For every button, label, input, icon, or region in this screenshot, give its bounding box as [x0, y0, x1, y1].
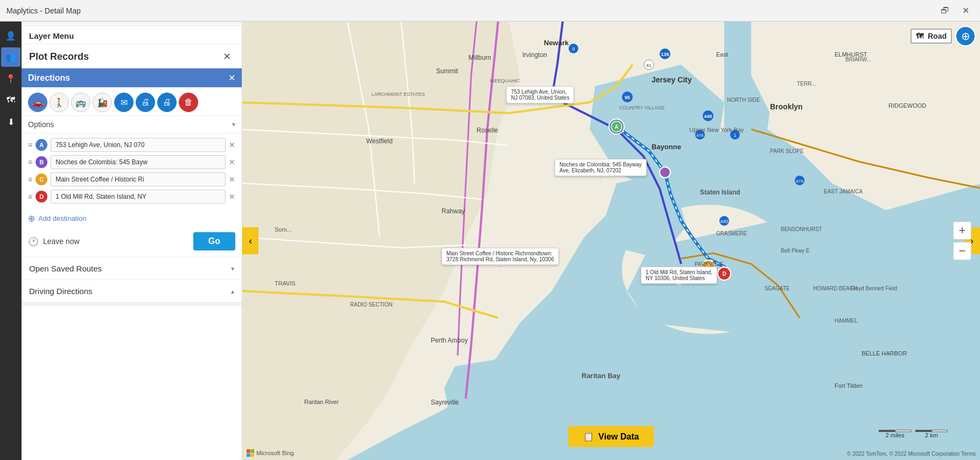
- scale-miles-label: 2 miles: [886, 432, 905, 438]
- directions-title: Directions: [28, 73, 70, 83]
- zoom-out-btn[interactable]: −: [953, 242, 971, 260]
- layer-menu-label: Layer Menu: [22, 26, 242, 44]
- transport-bus-btn[interactable]: 🚌: [71, 93, 90, 112]
- restore-button[interactable]: 🗗: [936, 4, 954, 18]
- map-type-road-btn[interactable]: 🗺 Road: [911, 29, 952, 44]
- map-icon: 🗺: [916, 32, 923, 40]
- windows-icon: [247, 449, 254, 457]
- transport-print1-btn[interactable]: 🖨: [136, 93, 155, 112]
- waypoint-row-a: ≡ A ✕: [28, 138, 235, 152]
- add-destination-label: Add destination: [38, 214, 87, 222]
- transport-walk-btn[interactable]: 🚶: [50, 93, 69, 112]
- options-chevron-icon: ▾: [232, 121, 235, 128]
- waypoint-marker-b: B: [36, 156, 47, 168]
- table-icon: 📋: [583, 431, 594, 442]
- waypoint-input-c[interactable]: [51, 172, 226, 186]
- side-panel: Layer Menu Plot Records ✕ Directions ✕ 🚗…: [22, 22, 242, 460]
- plot-records-title: Plot Records: [29, 51, 89, 62]
- driving-directions-chevron-icon: ▴: [231, 288, 234, 295]
- transport-car-btn[interactable]: 🚗: [28, 93, 47, 112]
- open-saved-routes-header[interactable]: Open Saved Routes ▾: [22, 257, 242, 280]
- sidebar-download-btn[interactable]: ⬇: [1, 112, 20, 131]
- waypoint-marker-d: D: [36, 191, 47, 203]
- map-nav-left: ‹: [242, 227, 258, 254]
- svg-text:139: 139: [661, 52, 669, 57]
- waypoint-row-d: ≡ D ✕: [28, 190, 235, 204]
- waypoints-section: ≡ A ✕ ≡ B ✕ ≡ C ✕ ≡ D ✕: [22, 134, 242, 211]
- svg-text:95: 95: [625, 95, 630, 100]
- waypoint-remove-d[interactable]: ✕: [229, 192, 235, 201]
- sidebar-person-btn[interactable]: 👤: [1, 26, 20, 45]
- map-top-right-controls: 🗺 Road ⊕: [911, 26, 976, 46]
- waypoint-handle-c[interactable]: ≡: [28, 175, 32, 184]
- transport-print2-btn[interactable]: 🖨: [157, 93, 177, 112]
- transport-delete-btn[interactable]: 🗑: [179, 93, 198, 112]
- transport-train-btn[interactable]: 🚂: [93, 93, 112, 112]
- win-q4: [251, 454, 255, 457]
- scale-miles: 2 miles: [879, 430, 911, 438]
- scale-km: 2 km: [915, 430, 948, 438]
- sidebar-pin-btn[interactable]: 📍: [1, 69, 20, 88]
- waypoint-marker-a: A: [36, 139, 47, 151]
- waypoint-row-b: ≡ B ✕: [28, 155, 235, 169]
- leavenow-row: 🕐 Leave now Go: [22, 228, 242, 257]
- clock-icon: 🕐: [28, 236, 39, 247]
- svg-text:1: 1: [733, 133, 736, 138]
- icon-bar: 👤 👥 📍 🗺 ⬇: [0, 22, 22, 460]
- directions-header: Directions ✕: [22, 68, 242, 87]
- directions-close-btn[interactable]: ✕: [228, 73, 235, 83]
- leavenow-label: Leave now: [43, 237, 189, 246]
- plot-records-close-btn[interactable]: ✕: [220, 50, 234, 64]
- waypoint-remove-c[interactable]: ✕: [229, 175, 235, 184]
- bing-label: Microsoft Bing: [256, 450, 294, 456]
- panel-top-band: [22, 22, 242, 26]
- waypoint-input-d[interactable]: [51, 190, 226, 204]
- map-type-label: Road: [928, 32, 947, 40]
- driving-directions-section: Driving Directions ▴: [22, 280, 242, 306]
- options-label: Options: [28, 120, 54, 129]
- svg-text:440: 440: [720, 219, 728, 224]
- open-saved-routes-label: Open Saved Routes: [29, 264, 102, 273]
- driving-directions-label: Driving Directions: [29, 287, 93, 296]
- scale-km-label: 2 km: [925, 432, 938, 438]
- view-data-label: View Data: [598, 432, 639, 442]
- transport-email-btn[interactable]: ✉: [114, 93, 134, 112]
- win-q2: [251, 449, 255, 453]
- waypoint-row-c: ≡ C ✕: [28, 172, 235, 186]
- plot-records-section: Plot Records ✕: [22, 44, 242, 68]
- waypoint-input-a[interactable]: [51, 138, 226, 152]
- close-button[interactable]: ✕: [958, 3, 974, 18]
- transport-icons-row: 🚗 🚶 🚌 🚂 ✉ 🖨 🖨 🗑: [22, 87, 242, 116]
- zoom-in-btn[interactable]: +: [953, 221, 971, 240]
- compass-btn[interactable]: ⊕: [955, 26, 976, 46]
- svg-text:476: 476: [696, 133, 704, 138]
- map-collapse-btn[interactable]: ‹: [242, 227, 258, 254]
- svg-point-31: [660, 167, 670, 178]
- go-button[interactable]: Go: [193, 232, 235, 250]
- sidebar-group-btn[interactable]: 👥: [1, 47, 20, 67]
- scale-bar: 2 miles 2 km: [879, 430, 948, 438]
- svg-text:D: D: [722, 271, 726, 277]
- waypoint-handle-b[interactable]: ≡: [28, 158, 32, 166]
- add-destination-row[interactable]: ⊕ Add destination: [22, 211, 242, 228]
- win-q3: [247, 454, 250, 457]
- waypoint-input-b[interactable]: [51, 155, 226, 169]
- svg-text:9: 9: [572, 46, 575, 52]
- waypoint-remove-a[interactable]: ✕: [229, 141, 235, 149]
- waypoint-remove-b[interactable]: ✕: [229, 158, 235, 166]
- compass-icon: ⊕: [961, 30, 970, 43]
- bing-logo: Microsoft Bing: [247, 449, 294, 457]
- svg-text:81: 81: [647, 63, 652, 68]
- svg-text:C: C: [706, 264, 710, 270]
- driving-directions-header[interactable]: Driving Directions ▴: [22, 280, 242, 302]
- zoom-controls: + −: [953, 221, 971, 260]
- sidebar-map-btn[interactable]: 🗺: [1, 90, 20, 110]
- map-attribution: © 2022 TomTom, © 2022 Microsoft Corporat…: [847, 451, 976, 457]
- app-title: Maplytics - Detail Map: [6, 6, 81, 15]
- options-row[interactable]: Options ▾: [22, 116, 242, 134]
- saved-routes-chevron-icon: ▾: [231, 265, 234, 273]
- waypoint-handle-d[interactable]: ≡: [28, 192, 32, 201]
- svg-text:440: 440: [704, 114, 712, 119]
- view-data-btn[interactable]: 📋 View Data: [568, 426, 654, 447]
- waypoint-handle-a[interactable]: ≡: [28, 141, 32, 149]
